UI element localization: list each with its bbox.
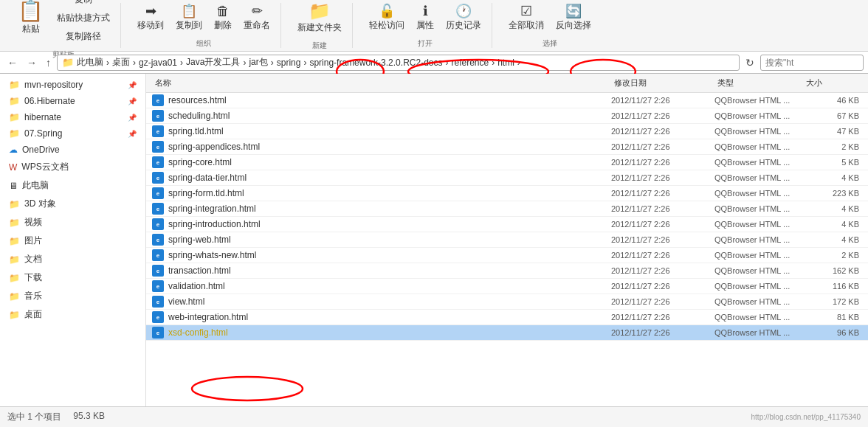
sidebar-label-desk: 桌面 bbox=[24, 308, 42, 321]
paste-button[interactable]: 📋 粘贴 bbox=[12, 0, 49, 38]
addr-pc[interactable]: 此电脑 bbox=[77, 56, 103, 69]
sidebar-label-hib: hibernate bbox=[24, 112, 61, 122]
addr-reference[interactable]: reference bbox=[451, 58, 489, 68]
sidebar-item-video[interactable]: 📁 视频 bbox=[0, 213, 145, 232]
sidebar-item-pics[interactable]: 📁 图片 bbox=[0, 232, 145, 250]
file-type: QQBrowser HTML ... bbox=[714, 251, 803, 260]
sidebar-item-07spring[interactable]: 📁 07.Spring 📌 bbox=[0, 125, 145, 142]
open-group: 🔓 轻松访问 ℹ 属性 🕐 历史记录 打开 bbox=[359, 3, 492, 48]
file-name-text: web-integration.html bbox=[168, 312, 248, 322]
back-button[interactable]: ← bbox=[4, 55, 21, 70]
file-type: QQBrowser HTML ... bbox=[714, 313, 803, 322]
file-list-area: 名称 修改日期 类型 大小 eresources.html2012/11/27 … bbox=[146, 74, 868, 406]
sidebar-item-docs[interactable]: 📁 文档 bbox=[0, 250, 145, 268]
table-row[interactable]: evalidation.html2012/11/27 2:26QQBrowser… bbox=[146, 279, 868, 294]
sidebar-item-mvn[interactable]: 📁 mvn-repository 📌 bbox=[0, 77, 145, 93]
header-type[interactable]: 类型 bbox=[714, 76, 803, 90]
file-type: QQBrowser HTML ... bbox=[714, 173, 803, 182]
sidebar-item-06hibernate[interactable]: 📁 06.Hibernate 📌 bbox=[0, 93, 145, 109]
file-size: 46 KB bbox=[803, 96, 862, 105]
table-row[interactable]: espring-form.tld.html2012/11/27 2:26QQBr… bbox=[146, 186, 868, 201]
rename-button[interactable]: ✏ 重命名 bbox=[239, 2, 275, 34]
file-name-cell: exsd-config.html bbox=[152, 327, 611, 339]
easy-access-button[interactable]: 🔓 轻松访问 bbox=[365, 2, 409, 34]
table-row[interactable]: espring-appendices.html2012/11/27 2:26QQ… bbox=[146, 139, 868, 155]
table-row[interactable]: eresources.html2012/11/27 2:26QQBrowser … bbox=[146, 93, 868, 108]
arrow3: › bbox=[180, 58, 183, 68]
sidebar-label-doc: 文档 bbox=[24, 253, 42, 265]
arrow9: › bbox=[517, 58, 520, 68]
search-input[interactable] bbox=[760, 55, 864, 71]
table-row[interactable]: exsd-config.html2012/11/27 2:26QQBrowser… bbox=[146, 325, 868, 341]
file-size: 2 KB bbox=[803, 142, 862, 151]
table-row[interactable]: espring-web.html2012/11/27 2:26QQBrowser… bbox=[146, 232, 868, 248]
address-bar[interactable]: 📁 此电脑 › 桌面 › gz-java01 › Java开发工具 › jar包… bbox=[57, 55, 740, 71]
forward-button[interactable]: → bbox=[24, 55, 40, 70]
file-name-text: spring-data-tier.html bbox=[168, 173, 247, 183]
invert-select-button[interactable]: 🔄 反向选择 bbox=[551, 2, 596, 34]
sidebar-label-dl: 下载 bbox=[24, 271, 42, 284]
item-size: 95.3 KB bbox=[73, 411, 105, 423]
up-button[interactable]: ↑ bbox=[43, 55, 54, 70]
select-buttons: ☑ 全部取消 🔄 反向选择 bbox=[504, 2, 596, 34]
table-row[interactable]: espring-data-tier.html2012/11/27 2:26QQB… bbox=[146, 170, 868, 186]
refresh-button[interactable]: ↻ bbox=[743, 55, 757, 70]
select-group: ☑ 全部取消 🔄 反向选择 选择 bbox=[498, 3, 602, 48]
file-type: QQBrowser HTML ... bbox=[714, 158, 803, 167]
sidebar-label-computer: 此电脑 bbox=[22, 179, 49, 192]
header-date[interactable]: 修改日期 bbox=[611, 76, 714, 90]
folder-icon-3d: 📁 bbox=[9, 199, 20, 209]
new-folder-button[interactable]: 📁 新建文件夹 bbox=[293, 0, 346, 36]
sidebar-item-music[interactable]: 📁 音乐 bbox=[0, 287, 145, 305]
paste-shortcut-button[interactable]: 粘贴快捷方式 bbox=[52, 10, 114, 27]
sidebar-item-3d[interactable]: 📁 3D 对象 bbox=[0, 195, 145, 213]
file-type: QQBrowser HTML ... bbox=[714, 189, 803, 198]
status-bar: 选中 1 个项目 95.3 KB http://blog.csdn.net/pp… bbox=[0, 406, 868, 427]
table-row[interactable]: espring-core.html2012/11/27 2:26QQBrowse… bbox=[146, 155, 868, 170]
copy-path-button[interactable]: 复制路径 bbox=[52, 28, 114, 45]
addr-desktop[interactable]: 桌面 bbox=[112, 56, 130, 69]
sidebar-item-onedrive[interactable]: ☁ OneDrive bbox=[0, 142, 145, 158]
file-size: 67 KB bbox=[803, 111, 862, 120]
select-all-button[interactable]: ☑ 全部取消 bbox=[504, 2, 548, 34]
table-row[interactable]: eweb-integration.html2012/11/27 2:26QQBr… bbox=[146, 310, 868, 325]
arrow8: › bbox=[492, 58, 495, 68]
sidebar-label-od: OneDrive bbox=[22, 145, 60, 155]
table-row[interactable]: etransaction.html2012/11/27 2:26QQBrowse… bbox=[146, 263, 868, 279]
table-row[interactable]: espring.tld.html2012/11/27 2:26QQBrowser… bbox=[146, 124, 868, 139]
addr-jar[interactable]: jar包 bbox=[249, 56, 267, 69]
header-name[interactable]: 名称 bbox=[152, 76, 611, 90]
table-row[interactable]: eview.html2012/11/27 2:26QQBrowser HTML … bbox=[146, 294, 868, 310]
html-file-icon: e bbox=[152, 141, 164, 153]
sidebar-item-desktop[interactable]: 📁 桌面 bbox=[0, 305, 145, 324]
folder-icon-od: ☁ bbox=[9, 145, 18, 155]
file-name-text: transaction.html bbox=[168, 265, 231, 276]
sidebar-item-hibernate[interactable]: 📁 hibernate 📌 bbox=[0, 109, 145, 125]
header-size[interactable]: 大小 bbox=[803, 76, 862, 90]
sidebar-label-mus: 音乐 bbox=[24, 290, 42, 302]
move-to-button[interactable]: ➡ 移动到 bbox=[133, 2, 168, 34]
table-row[interactable]: espring-whats-new.html2012/11/27 2:26QQB… bbox=[146, 248, 868, 263]
delete-button[interactable]: 🗑 删除 bbox=[210, 2, 236, 34]
properties-button[interactable]: ℹ 属性 bbox=[412, 2, 438, 34]
arrow7: › bbox=[445, 58, 448, 68]
addr-java[interactable]: gz-java01 bbox=[139, 58, 177, 68]
folder-icon-vid: 📁 bbox=[9, 218, 20, 228]
sidebar-item-computer[interactable]: 🖥 此电脑 bbox=[0, 176, 145, 195]
copy-to-button[interactable]: 📋 复制到 bbox=[171, 2, 207, 34]
history-button[interactable]: 🕐 历史记录 bbox=[441, 2, 486, 34]
pin-icon-07s: 📌 bbox=[128, 130, 137, 138]
addr-html[interactable]: html bbox=[497, 58, 514, 68]
table-row[interactable]: espring-introduction.html2012/11/27 2:26… bbox=[146, 217, 868, 232]
file-date: 2012/11/27 2:26 bbox=[611, 297, 714, 306]
addr-framework[interactable]: spring-framework-3.2.0.RC2-docs bbox=[309, 58, 442, 68]
addr-spring[interactable]: spring bbox=[277, 58, 301, 68]
sidebar-item-wps[interactable]: W WPS云文档 bbox=[0, 158, 145, 176]
file-size: 4 KB bbox=[803, 235, 862, 244]
sidebar-item-downloads[interactable]: 📁 下载 bbox=[0, 268, 145, 287]
table-row[interactable]: espring-integration.html2012/11/27 2:26Q… bbox=[146, 201, 868, 217]
copy-button[interactable]: 复制 bbox=[52, 0, 114, 8]
file-name-cell: espring-appendices.html bbox=[152, 141, 611, 153]
table-row[interactable]: escheduling.html2012/11/27 2:26QQBrowser… bbox=[146, 108, 868, 124]
addr-tools[interactable]: Java开发工具 bbox=[186, 56, 240, 69]
